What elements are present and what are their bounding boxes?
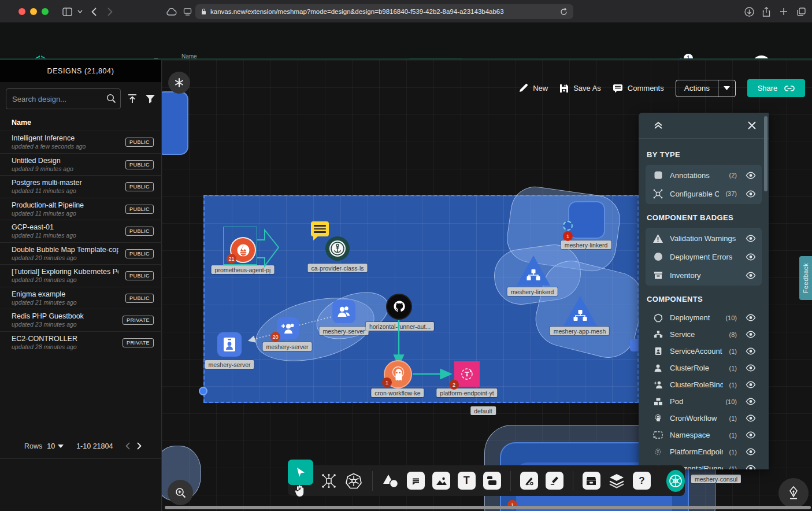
component-row-clusterrole[interactable]: ClusterRole (1) (646, 360, 762, 376)
forward-button[interactable] (104, 6, 116, 17)
tool-pen-path[interactable] (520, 471, 538, 491)
zoom-button[interactable] (168, 480, 193, 505)
close-panel-icon[interactable] (748, 121, 756, 129)
design-list-item[interactable]: EC2-CONTROLLERupdated 28 minutes agoPRIV… (0, 331, 162, 354)
layer-row-annotations[interactable]: Annotations (2) (646, 166, 762, 184)
node-horizontal-runner[interactable] (386, 294, 412, 320)
new-tab-icon[interactable] (778, 6, 789, 17)
linkerd-port-dot[interactable] (563, 221, 573, 231)
feedback-tab[interactable]: Feedback (799, 256, 812, 300)
back-button[interactable] (88, 6, 99, 17)
component-row-clusterrolebinding[interactable]: ClusterRoleBinding (1) (646, 376, 762, 393)
eye-icon[interactable] (746, 172, 756, 179)
component-row-cronworkflow[interactable]: CronWorkflow (1) (646, 410, 762, 427)
eye-icon[interactable] (746, 347, 756, 355)
tool-select-cursor[interactable] (288, 460, 313, 485)
meshery-button[interactable] (666, 470, 685, 492)
tool-comment[interactable] (407, 471, 425, 491)
maximize-window-button[interactable] (42, 8, 49, 15)
tool-kubernetes[interactable] (345, 471, 362, 491)
offscreen-node[interactable] (162, 91, 188, 155)
design-list-item[interactable]: Enigma exampleupdated 21 minutes agoPUBL… (0, 287, 162, 309)
component-row-namespace[interactable]: Namespace (1) (646, 427, 762, 443)
design-list-item[interactable]: Postgres multi-masterupdated 11 minutes … (0, 175, 162, 198)
eye-icon[interactable] (746, 272, 756, 279)
icloud-icon[interactable] (165, 6, 177, 17)
share-button[interactable]: Share (747, 79, 805, 97)
component-row-service[interactable]: Service (8) (646, 326, 762, 343)
eye-icon[interactable] (746, 235, 756, 242)
tool-pan-hand[interactable] (294, 484, 307, 497)
design-list-item[interactable]: Redis PHP Guestbookupdated 23 minutes ag… (0, 309, 162, 331)
badge-row-deployment-errors[interactable]: Deployment Errors (646, 247, 762, 266)
comment-annotation[interactable] (311, 221, 329, 236)
minimize-window-button[interactable] (30, 8, 37, 15)
tool-drawer[interactable] (583, 471, 600, 491)
eye-icon[interactable] (746, 381, 756, 388)
eye-icon[interactable] (746, 398, 756, 405)
actions-caret-icon[interactable] (718, 80, 735, 97)
eye-icon[interactable] (746, 448, 756, 456)
browser-sidebar-icon[interactable] (61, 6, 73, 17)
layer-row-configurable-components[interactable]: Configurable Components (37) (646, 184, 762, 203)
eye-icon[interactable] (746, 364, 756, 372)
component-row-platformendpoint[interactable]: PlatformEndpoint (1) (646, 443, 762, 460)
warning-badge[interactable]: 21 (227, 254, 236, 264)
close-window-button[interactable] (18, 8, 25, 15)
badge-row-inventory[interactable]: Inventory (646, 266, 762, 284)
design-list-item[interactable]: Untitled Designupdated 9 minutes agoPUBL… (0, 153, 162, 176)
eye-icon[interactable] (746, 431, 756, 439)
horizontal-scrollbar[interactable] (165, 506, 811, 509)
warning-badge[interactable]: 20 (270, 332, 280, 342)
eye-icon[interactable] (746, 253, 756, 261)
eye-icon[interactable] (746, 314, 756, 321)
new-design-button[interactable]: New (518, 83, 548, 93)
design-list-item[interactable]: GCP-east-01updated 11 minutes agoPUBLIC (0, 220, 162, 242)
chevron-down-icon[interactable] (74, 6, 86, 17)
selection-handle[interactable] (199, 387, 207, 395)
design-list-item[interactable]: Intelligent Inferenceupdated a few secon… (0, 131, 162, 153)
tool-section[interactable] (483, 471, 501, 491)
prev-page-icon[interactable] (125, 442, 130, 450)
eye-icon[interactable] (746, 331, 756, 338)
eye-icon[interactable] (746, 414, 756, 422)
tool-help[interactable]: ? (633, 471, 651, 491)
tool-image[interactable] (432, 471, 450, 491)
node-meshery-server[interactable] (217, 332, 242, 357)
error-badge[interactable]: 1 (563, 231, 573, 241)
component-row-pod[interactable]: Pod (10) (646, 393, 762, 410)
tool-freehand-draw[interactable] (546, 471, 563, 491)
tool-shapes[interactable] (382, 471, 399, 491)
save-as-button[interactable]: Save As (559, 84, 601, 93)
node-meshery-linkerd[interactable] (568, 201, 605, 239)
search-input[interactable] (6, 88, 121, 109)
address-bar[interactable]: kanvas.new/extension/meshmap?mode=design… (195, 4, 573, 19)
design-list-item[interactable]: Double Bubble Map Template-copyupdated 2… (0, 242, 162, 265)
error-badge[interactable]: 1 (382, 377, 392, 387)
import-design-icon[interactable] (127, 92, 138, 105)
recenter-button[interactable] (168, 72, 190, 94)
tool-layers[interactable] (608, 471, 625, 491)
tab-overview-icon[interactable] (795, 6, 807, 17)
tool-text[interactable]: T (458, 471, 476, 491)
comments-button[interactable]: Comments (613, 84, 664, 93)
component-row-deployment[interactable]: Deployment (10) (646, 309, 762, 326)
reader-icon[interactable] (181, 6, 193, 17)
error-badge[interactable]: 2 (449, 380, 459, 390)
eye-icon[interactable] (746, 465, 756, 469)
actions-dropdown-button[interactable]: Actions (676, 80, 736, 97)
next-page-icon[interactable] (137, 442, 142, 450)
downloads-icon[interactable] (743, 6, 755, 17)
eye-icon[interactable] (746, 190, 756, 198)
component-row-serviceaccount[interactable]: ServiceAccount (1) (646, 343, 762, 360)
filter-icon[interactable] (144, 92, 156, 105)
panel-scrollbar[interactable] (764, 116, 767, 191)
rows-per-page-select[interactable]: 10 (47, 442, 64, 450)
tool-configurable-component[interactable] (320, 471, 338, 491)
collapse-panel-icon[interactable] (654, 121, 663, 129)
node-meshery-server[interactable] (332, 300, 355, 323)
design-list-item[interactable]: [Tutorial] Exploring Kubernetes Podupdat… (0, 264, 162, 287)
share-icon[interactable] (761, 6, 772, 17)
badge-row-validation-warnings[interactable]: Validation Warnings (646, 229, 762, 247)
node-ca-provider[interactable] (325, 236, 350, 261)
